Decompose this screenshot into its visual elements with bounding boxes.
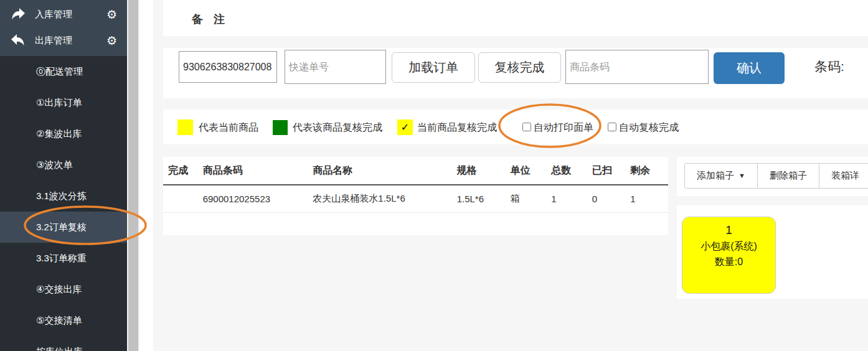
col-barcode: 商品条码 xyxy=(203,157,313,185)
cell-unit: 箱 xyxy=(510,185,551,212)
cell-spec: 1.5L*6 xyxy=(457,185,511,212)
cell-done xyxy=(163,185,203,212)
sidebar-item-wave-outbound[interactable]: ②集波出库 xyxy=(0,118,127,149)
cell-barcode: 6900012025523 xyxy=(203,185,313,212)
cell-total: 1 xyxy=(551,185,592,212)
sidebar-menu: ⓪配送管理 ①出库订单 ②集波出库 ③波次单 3.1波次分拣 3.2订单复核 3… xyxy=(0,56,127,351)
gear-icon[interactable]: ⚙ xyxy=(106,9,117,21)
sidebar: 入库管理 ⚙ 出库管理 ⚙ ⓪配送管理 ①出库订单 ②集波出库 ③波次单 3.1… xyxy=(0,0,127,351)
sidebar-section-label: 出库管理 xyxy=(35,35,106,47)
col-total: 总数 xyxy=(551,157,592,185)
cell-name: 农夫山泉桶装水1.5L*6 xyxy=(313,185,456,212)
legend-panel: 代表当前商品 代表该商品复核完成 ✓ 当前商品复核完成 自动打印面单 自动复核完… xyxy=(163,110,868,144)
package-box-qty: 数量:0 xyxy=(682,254,775,269)
gear-icon[interactable]: ⚙ xyxy=(106,35,117,47)
sidebar-item-order-review[interactable]: 3.2订单复核 xyxy=(0,212,127,243)
order-number-input[interactable] xyxy=(179,51,277,83)
product-barcode-input[interactable] xyxy=(565,50,709,84)
box-actions-panel: 添加箱子▼ 删除箱子 装箱详 xyxy=(677,157,868,196)
toolbar-panel: 加载订单 复核完成 确认 条码: xyxy=(163,48,868,98)
confirm-button[interactable]: 确认 xyxy=(714,52,785,84)
load-order-button[interactable]: 加载订单 xyxy=(392,52,475,83)
box-button-group: 添加箱子▼ 删除箱子 装箱详 xyxy=(684,163,868,189)
auto-print-checkbox[interactable] xyxy=(522,123,531,131)
legend-label-current: 代表当前商品 xyxy=(199,121,258,134)
cell-remaining: 1 xyxy=(630,185,668,212)
sidebar-item-delivery-management[interactable]: ⓪配送管理 xyxy=(0,56,127,87)
chevron-down-icon: ▼ xyxy=(738,172,745,179)
legend-swatch-current-yellow xyxy=(177,119,193,135)
auto-review-label[interactable]: 自动复核完成 xyxy=(619,121,679,134)
sidebar-header-group: 入库管理 ⚙ 出库管理 ⚙ xyxy=(0,0,127,56)
sidebar-section-inbound[interactable]: 入库管理 ⚙ xyxy=(0,1,127,27)
sidebar-item-handover-list[interactable]: ⑤交接清单 xyxy=(0,305,127,336)
legend-label-done: 代表该商品复核完成 xyxy=(293,121,382,134)
vertical-scrollbar[interactable] xyxy=(127,0,139,351)
col-done: 完成 xyxy=(163,157,203,185)
legend-swatch-current-done-check: ✓ xyxy=(397,119,413,135)
package-box-number: 1 xyxy=(682,222,775,238)
sidebar-item-outbound-by-location[interactable]: 按库位出库 xyxy=(0,336,127,351)
col-remaining: 剩余 xyxy=(630,157,668,185)
cell-scanned: 0 xyxy=(592,185,631,212)
courier-number-input[interactable] xyxy=(285,50,386,84)
col-name: 商品名称 xyxy=(313,157,456,185)
box-detail-button[interactable]: 装箱详 xyxy=(819,163,868,189)
sidebar-item-order-weighing[interactable]: 3.3订单称重 xyxy=(0,243,127,274)
review-complete-button[interactable]: 复核完成 xyxy=(478,52,561,83)
legend-swatch-done-green xyxy=(273,120,288,135)
sidebar-section-label: 入库管理 xyxy=(35,9,106,21)
col-scanned: 已扫 xyxy=(592,157,631,185)
col-spec: 规格 xyxy=(457,157,511,185)
table-row[interactable]: 6900012025523 农夫山泉桶装水1.5L*6 1.5L*6 箱 1 0… xyxy=(163,185,668,212)
remarks-panel: 备 注 xyxy=(163,0,868,36)
sidebar-item-wave-sorting[interactable]: 3.1波次分拣 xyxy=(0,180,127,212)
sidebar-section-outbound[interactable]: 出库管理 ⚙ xyxy=(0,27,127,54)
col-unit: 单位 xyxy=(510,157,551,185)
sidebar-item-handover-outbound[interactable]: ④交接出库 xyxy=(0,274,127,305)
main-area: 备 注 加载订单 复核完成 确认 条码: 代表当前商品 代表该商品复核完成 ✓ … xyxy=(139,0,868,351)
reply-icon xyxy=(10,34,26,47)
content-wrapper: 备 注 加载订单 复核完成 确认 条码: 代表当前商品 代表该商品复核完成 ✓ … xyxy=(153,0,868,351)
barcode-label: 条码: xyxy=(814,58,844,75)
legend-label-current-done: 当前商品复核完成 xyxy=(417,121,497,134)
scrollbar-thumb[interactable] xyxy=(128,0,138,351)
product-table-panel: 完成 商品条码 商品名称 规格 单位 总数 已扫 剩余 690001202552… xyxy=(163,157,668,235)
sidebar-item-wave-list[interactable]: ③波次单 xyxy=(0,149,127,180)
delete-box-button[interactable]: 删除箱子 xyxy=(757,163,819,189)
add-box-button[interactable]: 添加箱子▼ xyxy=(684,163,758,189)
auto-review-checkbox[interactable] xyxy=(608,123,616,131)
package-box-name: 小包裹(系统) xyxy=(682,238,775,254)
remarks-title: 备 注 xyxy=(192,12,229,27)
auto-print-label[interactable]: 自动打印面单 xyxy=(534,121,593,134)
table-header-row: 完成 商品条码 商品名称 规格 单位 总数 已扫 剩余 xyxy=(163,157,668,185)
sidebar-item-outbound-order[interactable]: ①出库订单 xyxy=(0,87,127,118)
share-icon xyxy=(10,7,26,21)
package-box-panel: 1 小包裹(系统) 数量:0 xyxy=(677,205,868,299)
product-table: 完成 商品条码 商品名称 规格 单位 总数 已扫 剩余 690001202552… xyxy=(163,157,668,213)
package-box-1[interactable]: 1 小包裹(系统) 数量:0 xyxy=(682,217,776,294)
